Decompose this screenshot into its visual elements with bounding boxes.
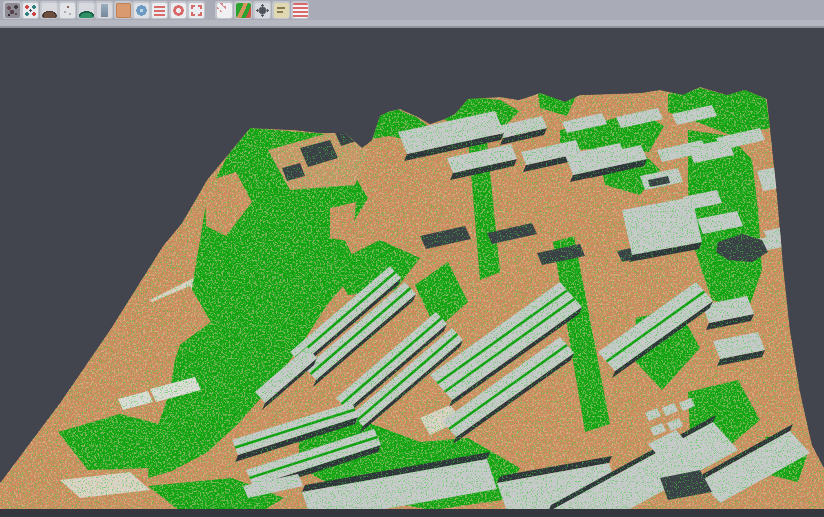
point-cloud <box>0 0 824 517</box>
dark-gear-icon <box>255 3 270 18</box>
toolbar-button-grid-checker[interactable] <box>215 1 233 19</box>
transform-arrows-icon <box>23 3 38 18</box>
vegetation-hill-icon <box>79 3 94 18</box>
application-window <box>0 0 824 517</box>
classified-map-icon <box>236 3 251 18</box>
point-cloud-scene <box>0 0 824 517</box>
toolbar-button-sparse-points[interactable] <box>58 1 76 19</box>
toolbar-button-red-bars[interactable] <box>150 1 168 19</box>
red-stripes-icon <box>293 3 308 18</box>
main-toolbar <box>0 0 824 20</box>
speckle-layer <box>0 0 824 517</box>
circle-select-icon <box>171 3 186 18</box>
rect-select-icon <box>189 3 204 18</box>
3d-viewport[interactable] <box>0 0 824 517</box>
bottom-cutoff-strip <box>0 509 824 517</box>
toolbar-button-ortho-square[interactable] <box>114 1 132 19</box>
toolbar-button-yellow-note[interactable] <box>272 1 290 19</box>
ortho-square-icon <box>116 3 131 18</box>
globe-icon <box>134 3 149 18</box>
terrain-brown-icon <box>42 3 57 18</box>
toolbar-button-red-stripes[interactable] <box>291 1 309 19</box>
sparse-points-icon <box>60 3 75 18</box>
toolbar-button-point-cloud-noise[interactable] <box>3 1 21 19</box>
toolbar-button-circle-select[interactable] <box>169 1 187 19</box>
toolbar-edge-line <box>0 26 824 28</box>
toolbar-button-dark-gear[interactable] <box>253 1 271 19</box>
grid-checker-icon <box>217 3 232 18</box>
toolbar-button-vegetation-hill[interactable] <box>77 1 95 19</box>
profile-slab-icon <box>97 3 112 18</box>
toolbar-button-globe[interactable] <box>132 1 150 19</box>
toolbar-button-terrain-brown[interactable] <box>40 1 58 19</box>
toolbar-button-profile-slab[interactable] <box>95 1 113 19</box>
point-cloud-noise-icon <box>5 3 20 18</box>
yellow-note-icon <box>274 3 289 18</box>
toolbar-button-classified-map[interactable] <box>234 1 252 19</box>
toolbar-button-rect-select[interactable] <box>187 1 205 19</box>
toolbar-button-transform-arrows[interactable] <box>21 1 39 19</box>
red-bars-icon <box>152 3 167 18</box>
